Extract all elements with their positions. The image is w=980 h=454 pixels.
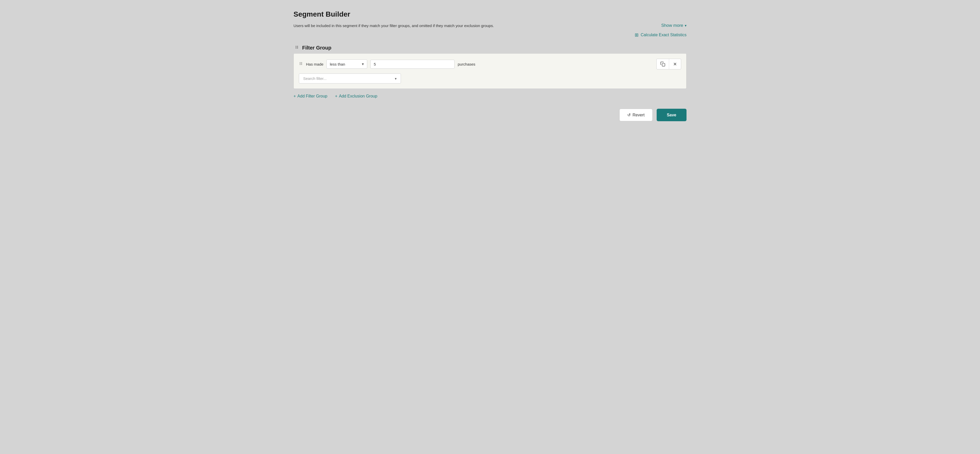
calc-icon: ⊞ — [635, 32, 638, 38]
condition-dropdown[interactable]: less than ▾ — [326, 59, 367, 68]
page-container: Segment Builder Users will be included i… — [293, 10, 687, 121]
svg-point-1 — [298, 46, 298, 47]
chevron-down-icon: ▾ — [685, 24, 687, 27]
svg-point-0 — [296, 46, 297, 47]
add-exclusion-group-button[interactable]: + Add Exclusion Group — [335, 94, 377, 99]
remove-filter-button[interactable] — [669, 59, 681, 69]
filter-actions — [656, 59, 681, 69]
search-filter-placeholder: Search filter... — [303, 76, 327, 81]
add-filter-group-label: Add Filter Group — [298, 94, 327, 99]
search-filter-chevron-icon: ▾ — [395, 76, 396, 81]
copy-filter-button[interactable] — [657, 59, 669, 69]
save-label: Save — [667, 113, 676, 117]
svg-point-7 — [301, 62, 302, 63]
show-more-label: Show more — [661, 23, 683, 28]
add-exclusion-group-label: Add Exclusion Group — [339, 94, 377, 99]
filter-row: Has made less than ▾ purchases — [299, 59, 681, 69]
condition-value: less than — [330, 62, 345, 66]
svg-point-11 — [301, 64, 302, 65]
svg-point-4 — [296, 48, 297, 49]
svg-point-8 — [300, 63, 301, 64]
page-title: Segment Builder — [293, 10, 687, 18]
search-filter-row: Search filter... ▾ — [299, 73, 681, 83]
filter-row-drag-handle-icon[interactable] — [299, 62, 303, 67]
svg-point-2 — [296, 47, 297, 48]
svg-rect-12 — [662, 64, 665, 66]
svg-point-9 — [301, 63, 302, 64]
add-filter-plus-icon: + — [293, 94, 296, 99]
calc-stats-row: ⊞ Calculate Exact Statistics — [293, 32, 687, 38]
description-text: Users will be included in this segment i… — [293, 24, 494, 28]
bottom-actions: + Add Filter Group + Add Exclusion Group — [293, 94, 687, 99]
has-made-label: Has made — [306, 62, 323, 66]
search-filter-dropdown[interactable]: Search filter... ▾ — [299, 73, 401, 83]
svg-point-3 — [298, 47, 298, 48]
show-more-button[interactable]: Show more ▾ — [661, 23, 687, 28]
svg-point-10 — [300, 64, 301, 65]
purchases-label: purchases — [458, 62, 653, 66]
add-exclusion-plus-icon: + — [335, 94, 337, 99]
add-filter-group-button[interactable]: + Add Filter Group — [293, 94, 328, 99]
save-button[interactable]: Save — [657, 109, 687, 121]
svg-point-5 — [298, 48, 298, 49]
condition-dropdown-arrow-icon: ▾ — [362, 62, 364, 66]
revert-label: Revert — [633, 113, 645, 117]
calc-stats-label: Calculate Exact Statistics — [641, 33, 687, 37]
description-row: Users will be included in this segment i… — [293, 23, 687, 28]
footer-buttons: ↺ Revert Save — [293, 109, 687, 121]
calculate-stats-button[interactable]: ⊞ Calculate Exact Statistics — [635, 32, 687, 38]
value-input[interactable] — [370, 60, 455, 68]
filter-group-box: Has made less than ▾ purchases — [293, 53, 687, 89]
revert-icon: ↺ — [627, 113, 631, 117]
filter-group-container: Filter Group Has made — [293, 45, 687, 89]
filter-group-title: Filter Group — [302, 45, 331, 51]
revert-button[interactable]: ↺ Revert — [619, 109, 652, 121]
filter-group-drag-handle-icon[interactable] — [294, 45, 299, 51]
svg-point-6 — [300, 62, 301, 63]
filter-group-header: Filter Group — [293, 45, 687, 51]
